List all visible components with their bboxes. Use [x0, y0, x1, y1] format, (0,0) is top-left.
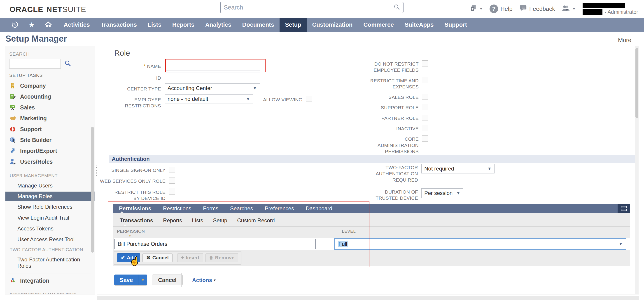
- subtab-setup[interactable]: Setup: [209, 216, 231, 226]
- sidebar-item-site-builder[interactable]: Site Builder: [8, 134, 92, 145]
- sidebar-item-integration[interactable]: Integration: [8, 275, 92, 286]
- do-not-restrict-employee-fields-checkbox[interactable]: [422, 60, 428, 67]
- permission-input[interactable]: [114, 239, 316, 249]
- subtab-lists[interactable]: Lists: [188, 216, 207, 226]
- tab-preferences[interactable]: Preferences: [259, 204, 300, 213]
- permission-column-header: PERMISSION: [117, 229, 145, 234]
- insert-line-button[interactable]: + Insert: [177, 253, 203, 262]
- roles-menu[interactable]: ▼: [562, 5, 576, 13]
- sidebar-item-users-roles[interactable]: Users/Roles: [8, 156, 92, 167]
- subtab-reports[interactable]: Reports: [159, 216, 186, 226]
- sidebar-item-import-export[interactable]: Import/Export: [8, 145, 92, 156]
- core-administration-permissions-checkbox[interactable]: [422, 135, 428, 141]
- help-menu[interactable]: ? Help: [490, 5, 512, 13]
- actions-menu[interactable]: Actions ▾: [192, 277, 216, 283]
- core-administration-permissions-label: CORE ADMINISTRATION PERMISSIONS: [366, 135, 419, 155]
- nav-analytics[interactable]: Analytics: [200, 18, 237, 32]
- name-field-label: *NAME: [97, 61, 164, 70]
- quick-add-menu[interactable]: ▼: [470, 5, 483, 13]
- cancel-button[interactable]: Cancel: [152, 274, 183, 285]
- nav-support[interactable]: Support: [439, 18, 472, 32]
- inactive-checkbox[interactable]: [422, 125, 428, 131]
- nav-activities[interactable]: Activities: [58, 18, 95, 32]
- single-sign-on-only-checkbox[interactable]: [169, 167, 175, 173]
- center-type-select[interactable]: Accounting Center ▼: [164, 83, 260, 93]
- global-search-bar[interactable]: [220, 2, 404, 13]
- duration-of-trusted-device-select[interactable]: Per session ▼: [421, 188, 463, 198]
- sidebar-search-input[interactable]: [9, 59, 61, 69]
- sidebar-item-two-factor-roles[interactable]: Two-Factor Authentication Roles: [8, 254, 92, 271]
- sidebar-item-manage-roles[interactable]: Manage Roles: [5, 192, 94, 201]
- home-icon[interactable]: [42, 18, 55, 32]
- sidebar-search-icon[interactable]: [64, 60, 71, 68]
- add-line-button[interactable]: ✔ Add: [117, 253, 140, 262]
- authentication-section-header: Authentication: [108, 155, 635, 163]
- search-icon[interactable]: [394, 4, 400, 11]
- recent-records-icon[interactable]: [8, 18, 22, 32]
- nav-reports[interactable]: Reports: [167, 18, 200, 32]
- sidebar-item-support[interactable]: Support: [8, 124, 92, 134]
- administrator-role-label: - Administrator: [605, 9, 638, 15]
- horizontal-scrollbar[interactable]: [97, 296, 639, 300]
- tab-searches[interactable]: Searches: [224, 204, 259, 213]
- partner-role-checkbox[interactable]: [422, 115, 428, 121]
- remove-line-button[interactable]: 🗑 Remove: [206, 253, 238, 262]
- nav-documents[interactable]: Documents: [237, 18, 280, 32]
- x-icon: ✖: [146, 255, 150, 261]
- subtab-custom-record[interactable]: Custom Record: [233, 216, 279, 226]
- employee-restrictions-select[interactable]: none - no default ▼: [164, 94, 253, 104]
- oracle-netsuite-logo: ORACLENETSUITE: [10, 5, 86, 14]
- sidebar-item-accounting[interactable]: Accounting: [8, 91, 92, 102]
- center-type-value: Accounting Center: [168, 85, 212, 91]
- sidebar-item-company[interactable]: Company: [8, 80, 92, 91]
- nav-customization[interactable]: Customization: [307, 18, 358, 32]
- name-input[interactable]: [164, 61, 260, 71]
- setup-sidebar: SEARCH SETUP TASKS Company Accounting Sa…: [5, 46, 95, 294]
- nav-suiteapps[interactable]: SuiteApps: [399, 18, 439, 32]
- divider: [8, 273, 92, 273]
- logo-net-text: NET: [46, 5, 62, 14]
- tab-forms[interactable]: Forms: [197, 204, 224, 213]
- restrict-role-by-device-id-checkbox[interactable]: [169, 189, 175, 195]
- support-role-checkbox[interactable]: [422, 104, 428, 110]
- sidebar-scrollbar[interactable]: [91, 127, 94, 253]
- sidebar-item-label: Users/Roles: [20, 159, 53, 165]
- restrict-time-expenses-checkbox[interactable]: [422, 77, 428, 83]
- save-button[interactable]: Save: [114, 274, 138, 285]
- allow-viewing-checkbox[interactable]: [306, 96, 312, 102]
- tab-permissions[interactable]: Permissions: [113, 204, 157, 213]
- feedback-menu[interactable]: Feedback: [519, 4, 555, 14]
- vertical-scrollbar-thumb[interactable]: [636, 48, 638, 118]
- cancel-line-button[interactable]: ✖ Cancel: [142, 253, 172, 262]
- restrict-role-by-device-id-label: RESTRICT THIS ROLE BY DEVICE ID: [111, 189, 166, 202]
- nav-commerce[interactable]: Commerce: [358, 18, 399, 32]
- tab-restrictions[interactable]: Restrictions: [157, 204, 197, 213]
- web-services-only-role-checkbox[interactable]: [169, 178, 175, 184]
- sidebar-item-show-role-differences[interactable]: Show Role Differences: [8, 202, 92, 212]
- sidebar-item-access-tokens[interactable]: Access Tokens: [8, 223, 92, 234]
- shortcuts-star-icon[interactable]: ★: [25, 18, 38, 32]
- two-factor-authentication-select[interactable]: Not required ▼: [421, 164, 494, 174]
- nav-transactions[interactable]: Transactions: [95, 18, 142, 32]
- sidebar-item-view-login-audit-trail[interactable]: View Login Audit Trail: [8, 212, 92, 223]
- feedback-icon: [519, 4, 527, 14]
- global-search-input[interactable]: [224, 4, 394, 11]
- dropdown-arrow-icon: ▼: [246, 97, 250, 101]
- sidebar-item-user-access-reset-tool[interactable]: User Access Reset Tool: [8, 234, 92, 245]
- subtab-transactions[interactable]: Transactions: [116, 216, 157, 226]
- tab-dashboard[interactable]: Dashboard: [300, 204, 338, 213]
- two-factor-heading: TWO-FACTOR AUTHENTICATION: [8, 245, 92, 254]
- sidebar-item-sales[interactable]: Sales: [8, 102, 92, 113]
- save-menu-arrow[interactable]: ▼: [138, 274, 147, 285]
- employee-restrictions-label: EMPLOYEE RESTRICTIONS: [97, 94, 164, 109]
- sales-role-checkbox[interactable]: [422, 94, 428, 100]
- save-split-button[interactable]: Save ▼: [114, 274, 147, 285]
- sidebar-item-manage-users[interactable]: Manage Users: [8, 180, 92, 191]
- more-link[interactable]: More: [618, 37, 631, 44]
- id-input[interactable]: [164, 73, 260, 82]
- sidebar-item-marketing[interactable]: Marketing: [8, 113, 92, 124]
- nav-setup[interactable]: Setup: [280, 18, 307, 32]
- level-combobox[interactable]: Full ▼: [334, 238, 626, 250]
- nav-lists[interactable]: Lists: [142, 18, 167, 32]
- stacked-rows-toggle-button[interactable]: [618, 204, 630, 213]
